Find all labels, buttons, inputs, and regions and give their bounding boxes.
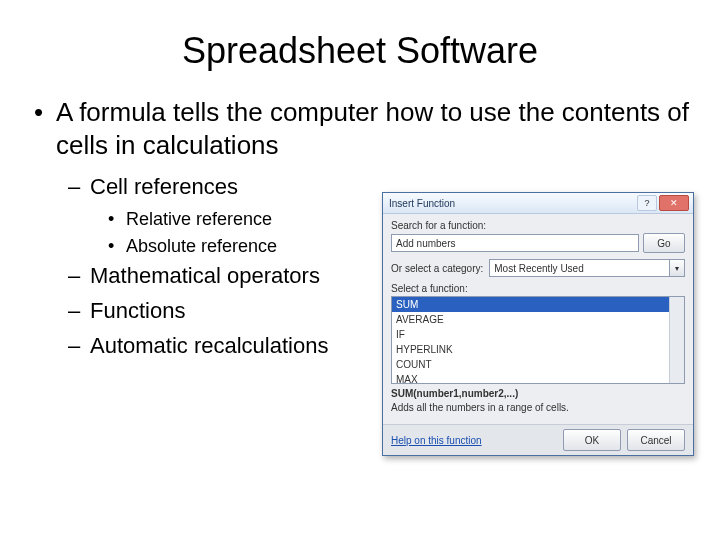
slide-title: Spreadsheet Software: [30, 30, 690, 72]
category-value: Most Recently Used: [494, 263, 583, 274]
scrollbar[interactable]: [669, 297, 684, 383]
function-list[interactable]: SUM AVERAGE IF HYPERLINK COUNT MAX SIN: [391, 296, 685, 384]
category-select[interactable]: Most Recently Used ▾: [489, 259, 685, 277]
dialog-titlebar: Insert Function ? ✕: [383, 193, 693, 214]
list-item[interactable]: COUNT: [392, 357, 684, 372]
list-item[interactable]: AVERAGE: [392, 312, 684, 327]
select-function-label: Select a function:: [391, 283, 685, 294]
list-item[interactable]: MAX: [392, 372, 684, 384]
chevron-down-icon[interactable]: ▾: [669, 260, 684, 276]
search-label: Search for a function:: [391, 220, 685, 231]
function-signature: SUM(number1,number2,...): [391, 388, 518, 399]
ok-button[interactable]: OK: [563, 429, 621, 451]
category-label: Or select a category:: [391, 263, 483, 274]
cancel-button[interactable]: Cancel: [627, 429, 685, 451]
go-button[interactable]: Go: [643, 233, 685, 253]
insert-function-dialog: Insert Function ? ✕ Search for a functio…: [382, 192, 694, 456]
list-item[interactable]: HYPERLINK: [392, 342, 684, 357]
search-input[interactable]: Add numbers: [391, 234, 639, 252]
function-description: Adds all the numbers in a range of cells…: [391, 402, 685, 414]
bullet-formula: A formula tells the computer how to use …: [30, 96, 690, 161]
list-item[interactable]: IF: [392, 327, 684, 342]
list-item[interactable]: SUM: [392, 297, 684, 312]
close-icon[interactable]: ✕: [659, 195, 689, 211]
help-link[interactable]: Help on this function: [391, 435, 557, 446]
dialog-title: Insert Function: [389, 198, 637, 209]
help-icon[interactable]: ?: [637, 195, 657, 211]
